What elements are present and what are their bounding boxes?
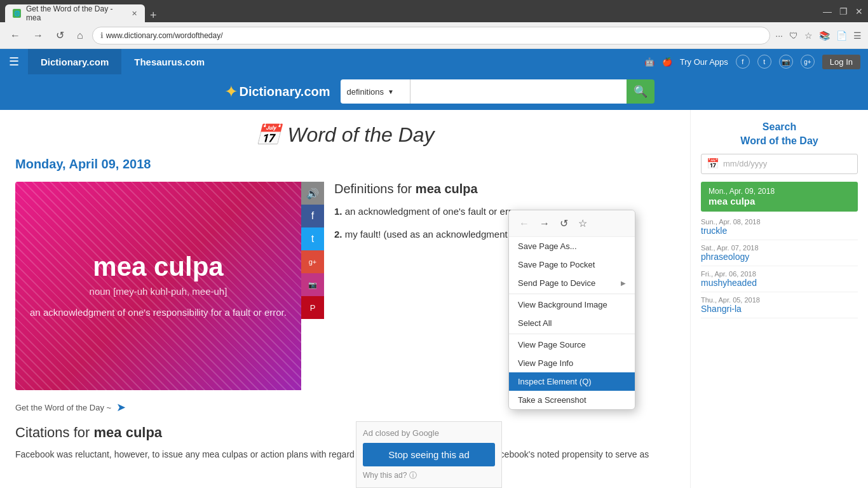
ctx-save-pocket[interactable]: Save Page to Pocket: [509, 255, 635, 274]
ctx-select-all[interactable]: Select All: [509, 314, 635, 332]
window-controls: — ❐ ✕: [823, 6, 863, 17]
word-image-card: mea culpa noun [mey-uh kuhl-puh, mee-uh]…: [15, 182, 301, 390]
ctx-view-bg[interactable]: View Background Image: [509, 295, 635, 314]
past-word-date: Sat., Apr. 07, 2018: [701, 244, 858, 252]
search-form: definitions ▼ 🔍: [341, 79, 654, 104]
past-word-date: Thu., Apr. 05, 2018: [701, 296, 858, 304]
facebook-share-btn[interactable]: f: [301, 205, 324, 227]
twitter-share-btn[interactable]: t: [301, 227, 324, 250]
current-word-date: Mon., Apr. 09, 2018: [709, 187, 850, 196]
word-title: mea culpa: [93, 252, 223, 282]
past-word-entry[interactable]: Thu., Apr. 05, 2018Shangri-la: [701, 292, 858, 318]
main-content: 📅 Word of the Day Monday, April 09, 2018…: [0, 110, 868, 488]
dictionary-tab[interactable]: Dictionary.com: [28, 49, 121, 74]
calendar-header-icon: 📅: [255, 123, 281, 147]
ctx-save-page[interactable]: Save Page As...: [509, 237, 635, 255]
ctx-refresh-btn[interactable]: ↺: [556, 215, 572, 231]
ctx-inspect[interactable]: Inspect Element (Q): [509, 372, 635, 391]
android-icon[interactable]: 🤖: [644, 57, 654, 67]
pinterest-share-btn[interactable]: P: [301, 296, 324, 319]
ctx-view-source[interactable]: View Page Source: [509, 336, 635, 354]
library-btn[interactable]: 📚: [819, 30, 830, 41]
thesaurus-tab[interactable]: Thesaurus.com: [121, 49, 217, 74]
try-apps-link[interactable]: Try Our Apps: [680, 57, 728, 67]
search-type-select[interactable]: definitions ▼: [341, 79, 410, 104]
past-word-entry[interactable]: Sun., Apr. 08, 2018truckle: [701, 214, 858, 240]
site-logo[interactable]: ✦ Dictionary.com: [224, 82, 330, 102]
instagram-icon[interactable]: 📷: [779, 55, 793, 69]
ctx-separator-2: [509, 334, 635, 334]
refresh-btn[interactable]: ↺: [52, 27, 68, 44]
address-input-box[interactable]: ℹ www.dictionary.com/wordoftheday/: [92, 27, 771, 44]
ctx-send-device[interactable]: Send Page to Device ▶: [509, 274, 635, 292]
search-icon: 🔍: [634, 85, 648, 98]
ctx-arrow-icon: ▶: [621, 280, 626, 287]
new-tab-btn[interactable]: +: [145, 9, 162, 22]
calendar-input-icon: 📅: [707, 158, 719, 170]
past-words-list: Sun., Apr. 08, 2018truckleSat., Apr. 07,…: [701, 214, 858, 318]
gplus-share-btn[interactable]: g+: [301, 250, 324, 273]
close-btn[interactable]: ✕: [855, 6, 863, 17]
ctx-screenshot[interactable]: Take a Screenshot: [509, 391, 635, 409]
ad-why-link[interactable]: Why this ad? ⓘ: [363, 470, 495, 481]
active-tab[interactable]: 🌐 Get the Word of the Day - mea ✕: [5, 4, 145, 22]
home-btn[interactable]: ⌂: [73, 27, 87, 44]
sidebar-date-input[interactable]: 📅 mm/dd/yyyy: [701, 154, 858, 174]
ctx-back-btn[interactable]: ←: [515, 216, 533, 231]
past-word-entry[interactable]: Fri., Apr. 06, 2018mushyheaded: [701, 266, 858, 292]
search-submit-btn[interactable]: 🔍: [627, 79, 654, 104]
more-btn[interactable]: ···: [775, 30, 783, 41]
menu-btn[interactable]: ☰: [853, 30, 862, 41]
logo-text: Dictionary.com: [240, 85, 330, 99]
past-word-name[interactable]: mushyheaded: [701, 278, 858, 288]
sidebar-title-line2: Word of the Day: [740, 135, 818, 146]
sidebar-title-line1: Search: [763, 121, 796, 132]
twitter-icon[interactable]: t: [757, 55, 771, 69]
dropdown-chevron-icon: ▼: [388, 88, 394, 95]
current-word-entry[interactable]: Mon., Apr. 09, 2018 mea culpa: [701, 182, 858, 212]
stop-seeing-ad-btn[interactable]: Stop seeing this ad: [363, 443, 495, 466]
address-text: www.dictionary.com/wordoftheday/: [106, 31, 763, 40]
ctx-bookmark-btn[interactable]: ☆: [574, 215, 591, 231]
tab-close-btn[interactable]: ✕: [132, 10, 137, 18]
minimize-btn[interactable]: —: [823, 6, 832, 17]
word-phonetic: noun [mey-uh kuhl-puh, mee-uh]: [90, 286, 227, 297]
ctx-forward-btn[interactable]: →: [536, 216, 553, 231]
ctx-page-info[interactable]: View Page Info: [509, 354, 635, 372]
reader-btn[interactable]: 📄: [836, 30, 847, 41]
search-bar: ✦ Dictionary.com definitions ▼ 🔍: [0, 74, 868, 110]
address-bar: ← → ↺ ⌂ ℹ www.dictionary.com/wordoftheda…: [0, 22, 868, 49]
bookmark-btn[interactable]: ☆: [804, 30, 813, 41]
email-sub-arrow[interactable]: ➤: [116, 400, 126, 414]
email-sub-text: Get the Word of the Day ~: [15, 403, 111, 412]
pocket-btn[interactable]: 🛡: [789, 30, 798, 41]
def-title-pre: Definitions for: [334, 182, 416, 196]
past-word-name[interactable]: truckle: [701, 226, 858, 236]
citations-word: mea culpa: [94, 424, 163, 440]
context-menu: ← → ↺ ☆ Save Page As... Save Page to Poc…: [508, 210, 635, 410]
ctx-separator-1: [509, 294, 635, 294]
instagram-share-btn[interactable]: 📷: [301, 273, 324, 296]
login-btn[interactable]: Log In: [822, 55, 860, 69]
hamburger-btn[interactable]: ☰: [0, 55, 28, 69]
apple-icon[interactable]: 🍎: [662, 57, 672, 67]
current-word-name: mea culpa: [709, 196, 850, 207]
date-input-placeholder: mm/dd/yyyy: [723, 159, 767, 168]
definitions-title: Definitions for mea culpa: [334, 182, 675, 196]
nav-right: 🤖 🍎 Try Our Apps f t 📷 g+ Log In: [644, 55, 868, 69]
tab-bar: 🌐 Get the Word of the Day - mea ✕ +: [5, 0, 162, 22]
restore-btn[interactable]: ❐: [839, 6, 848, 17]
search-input[interactable]: [410, 79, 627, 104]
past-word-name[interactable]: phraseology: [701, 252, 858, 262]
sound-btn[interactable]: 🔊: [301, 182, 324, 205]
citations-pre: Citations for: [15, 424, 94, 440]
forward-btn[interactable]: →: [29, 27, 47, 44]
wotd-header: 📅 Word of the Day: [15, 123, 675, 147]
back-btn[interactable]: ←: [6, 27, 24, 44]
past-word-name[interactable]: Shangri-la: [701, 304, 858, 314]
past-word-entry[interactable]: Sat., Apr. 07, 2018phraseology: [701, 240, 858, 266]
site-nav: ☰ Dictionary.com Thesaurus.com 🤖 🍎 Try O…: [0, 49, 868, 74]
tab-favicon: 🌐: [13, 9, 21, 18]
gplus-icon[interactable]: g+: [801, 55, 815, 69]
fb-icon[interactable]: f: [736, 55, 750, 69]
